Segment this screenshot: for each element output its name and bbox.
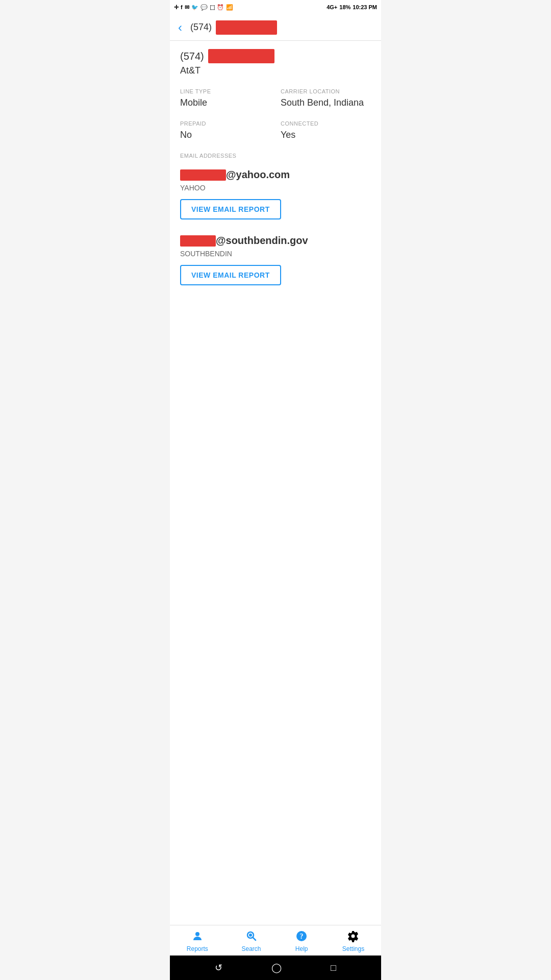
connected-label: CONNECTED [281, 120, 371, 127]
email-domain-yahoo: @yahoo.com [226, 169, 290, 181]
line-type-item: LINE TYPE Mobile [180, 88, 270, 108]
line-type-value: Mobile [180, 97, 270, 108]
phone-section: (574) At&T [180, 49, 371, 76]
header: ‹ (574) [170, 14, 381, 41]
status-icons: ✛ f ✉ 🐦 💬 ⬚ ⏰ 📶 [174, 4, 233, 11]
redacted-email-yahoo [180, 169, 226, 181]
redacted-phone-header [216, 20, 277, 35]
email-block-southbendin: @southbendin.gov SOUTHBENDIN VIEW EMAIL … [180, 235, 371, 285]
email-block-yahoo: @yahoo.com YAHOO VIEW EMAIL REPORT [180, 169, 371, 219]
status-bar: ✛ f ✉ 🐦 💬 ⬚ ⏰ 📶 4G+ 18% 10:23 PM [170, 0, 381, 14]
email-address-yahoo: @yahoo.com [180, 169, 371, 181]
prepaid-item: PREPAID No [180, 120, 270, 140]
battery-level: 18% [339, 4, 350, 10]
carrier-location-item: CARRIER LOCATION South Bend, Indiana [281, 88, 371, 108]
email-address-southbendin: @southbendin.gov [180, 235, 371, 247]
phone-number: (574) [180, 49, 371, 63]
email-section-label: EMAIL ADDRESSES [180, 153, 371, 159]
connected-value: Yes [281, 130, 371, 140]
network-label: 4G+ [327, 4, 337, 10]
view-email-report-yahoo-button[interactable]: VIEW EMAIL REPORT [180, 199, 281, 219]
line-type-label: LINE TYPE [180, 88, 270, 94]
phone-number-header: (574) [190, 22, 212, 33]
email-type-yahoo: YAHOO [180, 184, 371, 192]
redacted-email-southbendin [180, 235, 216, 247]
redacted-phone-number [208, 49, 274, 63]
carrier-location-value: South Bend, Indiana [281, 97, 371, 108]
back-button[interactable]: ‹ [178, 20, 182, 35]
status-right: 4G+ 18% 10:23 PM [327, 4, 377, 10]
email-type-southbendin: SOUTHBENDIN [180, 250, 371, 258]
carrier-location-label: CARRIER LOCATION [281, 88, 371, 94]
time: 10:23 PM [353, 4, 377, 10]
line-info-grid: LINE TYPE Mobile CARRIER LOCATION South … [180, 88, 371, 108]
prepaid-label: PREPAID [180, 120, 270, 127]
email-domain-southbendin: @southbendin.gov [216, 235, 308, 247]
prepaid-value: No [180, 130, 270, 140]
view-email-report-southbendin-button[interactable]: VIEW EMAIL REPORT [180, 265, 281, 285]
carrier-name: At&T [180, 65, 371, 76]
prepaid-grid: PREPAID No CONNECTED Yes [180, 120, 371, 140]
header-title: (574) [190, 20, 277, 35]
main-content: (574) At&T LINE TYPE Mobile CARRIER LOCA… [170, 41, 381, 925]
connected-item: CONNECTED Yes [281, 120, 371, 140]
